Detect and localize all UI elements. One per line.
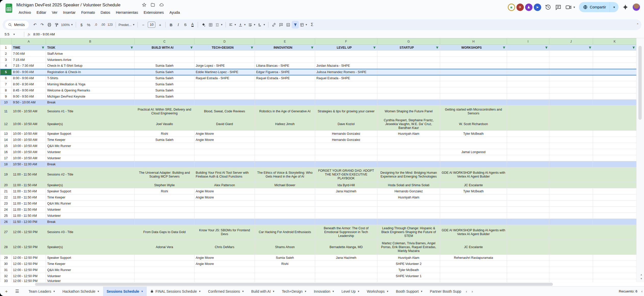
- cell-E27[interactable]: Car Hacking For Android Enthusiasts: [255, 225, 315, 240]
- cell-D23[interactable]: [194, 200, 255, 207]
- add-sheet-button[interactable]: ＋: [2, 287, 11, 296]
- cell-A6[interactable]: 8:00 - 9:00 AM: [12, 75, 46, 81]
- cell-H31[interactable]: [440, 267, 507, 273]
- menu-ver[interactable]: Ver: [49, 10, 60, 15]
- cell-G15[interactable]: [377, 143, 440, 149]
- cell-G26[interactable]: [377, 219, 440, 225]
- cell-C18[interactable]: [135, 161, 194, 167]
- cell-H5[interactable]: [440, 69, 507, 75]
- cell-I14[interactable]: [507, 137, 549, 143]
- cell-E18[interactable]: [255, 161, 315, 167]
- cell-K27[interactable]: [593, 225, 637, 240]
- cell-E26[interactable]: [255, 219, 315, 225]
- cell-H17[interactable]: [440, 155, 507, 161]
- cell-I12[interactable]: [507, 118, 549, 131]
- cell-E6[interactable]: Raquel Estrada - SHPE: [255, 75, 315, 81]
- cell-G24[interactable]: [377, 207, 440, 213]
- cell-K8[interactable]: [593, 87, 637, 93]
- cell-E30[interactable]: Rishi: [255, 261, 315, 267]
- cell-I5[interactable]: [507, 69, 549, 75]
- cell-B33[interactable]: Volunteer: [46, 279, 135, 282]
- meet-dropdown-icon[interactable]: ▼: [573, 6, 576, 9]
- cell-D18[interactable]: [194, 161, 255, 167]
- cell-A3[interactable]: 7:15 AM: [12, 57, 46, 63]
- bold-button[interactable]: B: [167, 21, 175, 29]
- row-header-28[interactable]: 28: [0, 240, 12, 255]
- cell-H7[interactable]: [440, 81, 507, 87]
- tab-dropdown-icon[interactable]: ▼: [420, 290, 423, 293]
- cell-G29[interactable]: Husniyah Alam: [377, 255, 440, 261]
- cell-D3[interactable]: [194, 57, 255, 63]
- cell-G22[interactable]: Husniyah Alam: [377, 194, 440, 200]
- tab-dropdown-icon[interactable]: ▼: [386, 290, 389, 293]
- cell-F7[interactable]: [315, 81, 377, 87]
- row-header-5[interactable]: 5: [0, 69, 12, 75]
- cell-G16[interactable]: [377, 149, 440, 155]
- cell-F9[interactable]: [315, 93, 377, 100]
- menu-insertar[interactable]: Insertar: [61, 10, 78, 15]
- cell-H15[interactable]: [440, 143, 507, 149]
- cell-C2[interactable]: [135, 51, 194, 57]
- cell-F1[interactable]: LEVEL UP: [315, 45, 377, 51]
- cell-C30[interactable]: [135, 261, 194, 267]
- cell-C23[interactable]: [135, 200, 194, 207]
- cell-C32[interactable]: [135, 273, 194, 279]
- filter-funnel-icon[interactable]: [311, 46, 314, 49]
- merge-cells-button[interactable]: ▼: [214, 21, 224, 29]
- cell-I32[interactable]: [507, 273, 549, 279]
- cell-J28[interactable]: [549, 240, 593, 255]
- cell-J32[interactable]: [549, 273, 593, 279]
- cell-J10[interactable]: [549, 100, 593, 105]
- sheet-tab-confirmed-sessions[interactable]: Confirmed Sessions▼: [204, 287, 247, 296]
- cell-C16[interactable]: [135, 149, 194, 155]
- collaborator-avatar[interactable]: ➤: [534, 4, 541, 11]
- cell-A12[interactable]: 10:00 - 10:50 AM: [12, 118, 46, 131]
- cell-J11[interactable]: [549, 105, 593, 118]
- cell-J20[interactable]: [549, 182, 593, 188]
- column-header-B[interactable]: B: [46, 38, 135, 45]
- cell-F3[interactable]: [315, 57, 377, 63]
- functions-button[interactable]: Σ: [308, 21, 316, 29]
- cell-C26[interactable]: [135, 219, 194, 225]
- row-header-26[interactable]: 26: [0, 219, 12, 225]
- share-dropdown-icon[interactable]: ▼: [610, 6, 618, 9]
- cell-B7[interactable]: Morning Meditation & Yoga: [46, 81, 135, 87]
- row-header-1[interactable]: 1: [0, 45, 12, 51]
- cell-J1[interactable]: [549, 45, 593, 51]
- cell-B3[interactable]: Volunteers Arrive: [46, 57, 135, 63]
- row-header-23[interactable]: 23: [0, 200, 12, 207]
- redo-button[interactable]: ↷: [39, 21, 46, 29]
- collapse-toolbar-icon[interactable]: ⌃: [636, 23, 639, 26]
- cell-F14[interactable]: Hernando Gonzalez: [315, 137, 377, 143]
- cell-A21[interactable]: 11:00 - 11:50 AM: [12, 188, 46, 194]
- cell-G10[interactable]: [377, 100, 440, 105]
- cell-C33[interactable]: [135, 279, 194, 282]
- cell-G28[interactable]: Martez Coleman, Trivia Barnes, Angel Por…: [377, 240, 440, 255]
- cell-F13[interactable]: Hernando Gonzalez: [315, 131, 377, 137]
- cell-E17[interactable]: [255, 155, 315, 161]
- cell-I30[interactable]: [507, 261, 549, 267]
- cell-G12[interactable]: Cynthia Respert, Stephaine Frantz, Jesee…: [377, 118, 440, 131]
- cell-G27[interactable]: Leading Through Change: Hispanic & Black…: [377, 225, 440, 240]
- sheet-tab-hackathon-schedule[interactable]: Hackathon Schedule▼: [59, 287, 103, 296]
- cell-D26[interactable]: [194, 219, 255, 225]
- cell-I4[interactable]: [507, 63, 549, 69]
- name-box[interactable]: 5:5▼: [0, 32, 22, 36]
- cell-G8[interactable]: [377, 87, 440, 93]
- cell-E2[interactable]: [255, 51, 315, 57]
- sheet-tab-final-sessions-schedule[interactable]: FINAL Sessions Schedule▼: [147, 287, 204, 296]
- cell-B9[interactable]: Michigan DevFest Keynote: [46, 93, 135, 100]
- cell-H1[interactable]: WORKSHOPS: [440, 45, 507, 51]
- cell-H29[interactable]: Rehenashri Rastapuramata: [440, 255, 507, 261]
- cell-B16[interactable]: Volunteer: [46, 149, 135, 155]
- menu-archivo[interactable]: Archivo: [16, 10, 33, 15]
- cell-B20[interactable]: Speaker(s): [46, 182, 135, 188]
- cell-A28[interactable]: 12:00 - 12:50 PM: [12, 240, 46, 255]
- cell-J16[interactable]: [549, 149, 593, 155]
- cell-C8[interactable]: Sumia Saleh: [135, 87, 194, 93]
- cell-A24[interactable]: 11:00 - 11:50 AM: [12, 207, 46, 213]
- cell-J17[interactable]: [549, 155, 593, 161]
- cell-F25[interactable]: [315, 213, 377, 219]
- decrease-font-size-button[interactable]: −: [140, 21, 147, 29]
- cell-A13[interactable]: 10:00 - 10:50 AM: [12, 131, 46, 137]
